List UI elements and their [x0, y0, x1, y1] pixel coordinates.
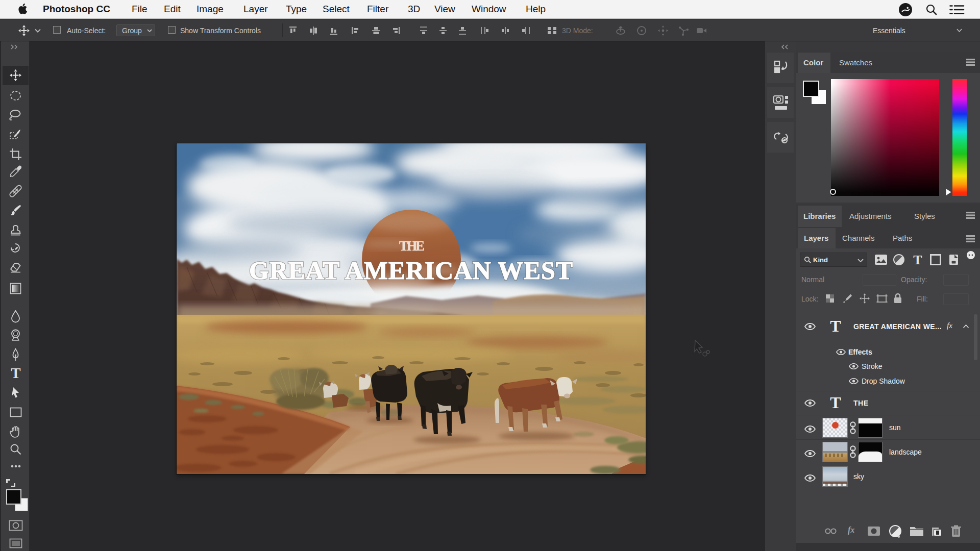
svg-text:GREAT AMERICAN WEST: GREAT AMERICAN WEST [249, 256, 573, 285]
svg-text:THE: THE [399, 238, 425, 254]
